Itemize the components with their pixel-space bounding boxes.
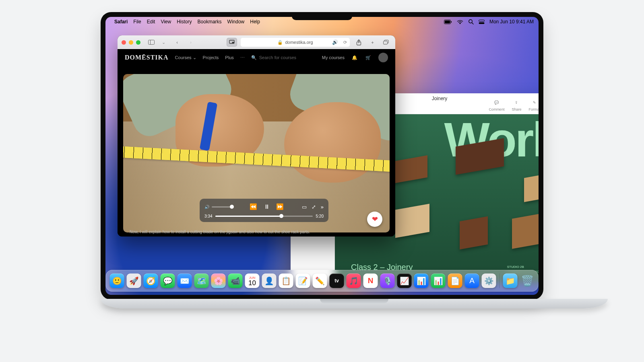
display-notch <box>292 12 352 20</box>
video-caption: Now, I will explain how to install a cut… <box>130 230 383 234</box>
spotlight-icon[interactable] <box>468 19 474 25</box>
rewind-button[interactable]: ⏪ <box>250 203 257 210</box>
share-button[interactable] <box>353 38 364 47</box>
wood-block-graphic <box>524 171 539 202</box>
keynote-tool-share[interactable]: ⇪Share <box>512 99 521 111</box>
dock-app-reminders[interactable]: 📋 <box>279 274 293 288</box>
zoom-window-button[interactable] <box>136 40 140 45</box>
tab-audio-icon[interactable]: 🔊 <box>332 39 338 45</box>
site-logo[interactable]: DOMĒSTIKA <box>125 54 169 61</box>
web-content: DOMĒSTIKA Courses ⌄ Projects Plus ⋯ 🔍 Se… <box>118 49 395 237</box>
dock-app-stocks[interactable]: 📈 <box>397 274 412 288</box>
menubar-help[interactable]: Help <box>250 19 260 25</box>
svg-rect-1 <box>445 21 450 23</box>
video-illustration <box>284 102 381 183</box>
battery-icon[interactable] <box>444 20 452 24</box>
airplay-button[interactable]: ▭ <box>302 204 307 210</box>
volume-control[interactable]: 🔊 <box>204 205 232 209</box>
dock-app-news[interactable]: N <box>363 274 378 288</box>
dock-folder-downloads[interactable]: 📁 <box>503 274 518 288</box>
tab-overview-button[interactable] <box>381 38 391 47</box>
video-viewer-extension-button[interactable] <box>227 38 237 47</box>
bezel: Safari File Edit View History Bookmarks … <box>101 12 543 300</box>
dock-app-photos[interactable]: 🌸 <box>211 274 226 288</box>
dock-app-podcasts[interactable]: 🎙️ <box>380 274 395 288</box>
keynote-doc-title: Joinery <box>432 96 448 101</box>
dock-app-calendar[interactable]: JUN10 <box>245 274 260 288</box>
menubar-edit[interactable]: Edit <box>147 19 155 25</box>
dock-app-safari[interactable]: 🧭 <box>144 274 158 288</box>
scrubber[interactable] <box>215 216 312 217</box>
user-avatar[interactable] <box>378 53 388 62</box>
picture-in-picture-button[interactable]: ⤢ <box>312 204 316 210</box>
close-window-button[interactable] <box>122 40 126 45</box>
dock-app-finder[interactable]: 🙂 <box>110 274 124 288</box>
minimize-window-button[interactable] <box>129 40 133 45</box>
site-search[interactable]: 🔍 Search for courses <box>251 55 316 60</box>
dock-app-numbers[interactable]: 📊 <box>431 274 446 288</box>
nav-courses[interactable]: Courses ⌄ <box>175 55 196 60</box>
sidebar-toggle-button[interactable] <box>146 38 157 47</box>
nav-my-courses[interactable]: My courses <box>322 55 345 60</box>
nav-more-icon[interactable]: ⋯ <box>240 55 245 60</box>
search-placeholder: Search for courses <box>259 55 296 60</box>
more-controls-button[interactable]: » <box>321 204 324 210</box>
lock-icon: 🔒 <box>277 40 283 45</box>
menubar-file[interactable]: File <box>133 19 141 25</box>
dock-app-facetime[interactable]: 📹 <box>228 274 243 288</box>
dock-app-pages[interactable]: 📄 <box>448 274 462 288</box>
svg-rect-2 <box>451 21 452 23</box>
pause-button[interactable]: ⏸ <box>264 203 270 210</box>
svg-rect-5 <box>479 20 484 21</box>
dock-separator <box>500 274 500 288</box>
new-tab-button[interactable]: ＋ <box>367 38 378 47</box>
dock-app-freeform[interactable]: ✏️ <box>313 274 327 288</box>
wifi-icon[interactable] <box>457 19 463 24</box>
nav-plus[interactable]: Plus <box>225 55 233 60</box>
laptop-base <box>101 299 608 309</box>
dock-app-settings[interactable]: ⚙️ <box>482 274 496 288</box>
fast-forward-button[interactable]: ⏩ <box>276 203 284 210</box>
keynote-tool-format[interactable]: ✎Format <box>528 99 539 111</box>
dock-app-maps[interactable]: 🗺️ <box>194 274 209 288</box>
dock-app-music[interactable]: 🎵 <box>347 274 361 288</box>
dock-app-mail[interactable]: ✉️ <box>178 274 192 288</box>
cart-icon[interactable]: 🛒 <box>365 54 372 61</box>
nav-projects[interactable]: Projects <box>203 55 219 60</box>
dock-app-messages[interactable]: 💬 <box>161 274 175 288</box>
menubar-app-name[interactable]: Safari <box>114 19 128 25</box>
reload-button[interactable]: ⟳ <box>343 40 347 45</box>
wood-block-graphic <box>512 211 539 249</box>
svg-rect-13 <box>384 41 388 44</box>
format-icon: ✎ <box>530 99 539 107</box>
wood-block-graphic <box>460 216 488 249</box>
dock-app-appstore[interactable]: A <box>465 274 479 288</box>
scrubber-knob[interactable] <box>279 214 283 218</box>
dock-app-launchpad[interactable]: 🚀 <box>127 274 141 288</box>
tab-group-dropdown-button[interactable]: ⌄ <box>158 38 169 47</box>
elapsed-time: 3:34 <box>204 214 212 218</box>
video-player[interactable]: 🔊 ⏪ ⏸ ⏩ ▭ ⤢ <box>123 74 390 232</box>
dock-app-keynote[interactable]: 📊 <box>414 274 429 288</box>
menubar-clock[interactable]: Mon Jun 10 9:41 AM <box>489 19 534 25</box>
menubar-view[interactable]: View <box>161 19 171 25</box>
dock: 🙂 🚀 🧭 💬 ✉️ 🗺️ 🌸 📹 JUN10 👤 📋 📝 ✏️ tv 🎵 N … <box>106 270 539 292</box>
menubar-window[interactable]: Window <box>227 19 245 25</box>
svg-rect-10 <box>232 42 234 43</box>
safari-window[interactable]: ⌄ ‹ › 🔒 domestika.org 🔊 ⟳ ＋ <box>118 35 395 237</box>
address-bar[interactable]: 🔒 domestika.org 🔊 ⟳ <box>240 37 350 47</box>
dock-trash[interactable]: 🗑️ <box>520 274 535 288</box>
menubar-bookmarks[interactable]: Bookmarks <box>198 19 222 25</box>
notifications-icon[interactable]: 🔔 <box>351 54 358 61</box>
dock-app-tv[interactable]: tv <box>330 274 344 288</box>
screen: Safari File Edit View History Bookmarks … <box>105 17 539 295</box>
volume-slider[interactable] <box>212 206 232 208</box>
site-floating-badge[interactable]: ❤ <box>367 212 382 227</box>
forward-button[interactable]: › <box>186 38 196 47</box>
dock-app-notes[interactable]: 📝 <box>296 274 310 288</box>
menubar-history[interactable]: History <box>177 19 192 25</box>
dock-app-contacts[interactable]: 👤 <box>262 274 277 288</box>
back-button[interactable]: ‹ <box>172 38 182 47</box>
keynote-tool-comment[interactable]: 💬Comment <box>489 99 504 111</box>
control-center-icon[interactable] <box>479 20 485 24</box>
